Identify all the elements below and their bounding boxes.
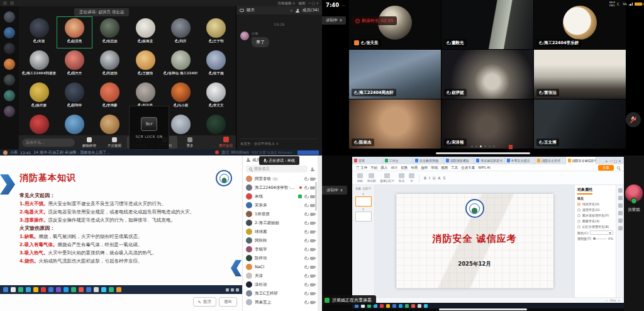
member-row[interactable]: 陈梓欣 [243,254,318,263]
fill-option[interactable]: 图案填充(A) [577,219,613,223]
member-row[interactable]: 海工C王梓轩 [243,289,318,298]
member-row[interactable]: 2-海工谢丽丽 [243,218,318,227]
alpha-slider[interactable] [593,239,606,239]
mini-avatar[interactable] [4,59,15,70]
member-row[interactable]: 天泽 [243,271,318,280]
camera-icon[interactable] [310,248,314,251]
tab-outline[interactable]: 大纲 [355,187,361,190]
color-dropdown[interactable] [590,230,613,235]
format-button[interactable]: I [429,176,430,180]
member-row[interactable]: 宋禾禾 [243,201,318,210]
camera-icon[interactable] [310,230,314,234]
camera-icon[interactable] [310,274,314,278]
taskbar-app-icon[interactable] [11,287,16,292]
mini-avatar[interactable] [4,106,15,117]
taskbar-app-icon[interactable] [399,304,402,308]
avatar[interactable] [625,184,643,202]
ribbon-menu-item[interactable]: WPS AI [478,166,490,170]
home-indicator[interactable] [439,308,527,310]
ribbon-menu-item[interactable]: 切换 [401,166,408,170]
participant-tile[interactable]: 郭明宇 [57,81,92,113]
format-button[interactable]: A [438,176,440,180]
toolbar-button[interactable]: 更多 [177,136,203,149]
member-row[interactable]: 阿茶拿铁(我) [243,174,318,183]
panel-icon[interactable] [618,218,623,223]
add-member-icon[interactable] [310,167,314,171]
ribbon-menu-item[interactable]: 会员专享 [461,166,475,170]
mic-icon[interactable] [304,203,308,208]
search-input[interactable]: 搜索成员 [246,166,308,172]
ribbon-menu-item[interactable]: 放映 [421,166,428,170]
ribbon-menu-item[interactable]: 视图 [441,166,448,170]
ribbon-tool-button[interactable]: 新建幻灯片 [380,173,395,183]
zoom-controls[interactable]: − 75% + [605,299,620,302]
wps-document-tab[interactable]: 安全教育周报 [413,157,444,164]
mini-avatar[interactable] [4,90,15,101]
taskbar-app-icon[interactable] [18,287,23,292]
video-tile[interactable]: 宋泽裕 [441,99,533,149]
taskbar-app-icon[interactable] [424,304,428,308]
mini-avatar[interactable] [4,27,15,38]
mini-avatar[interactable] [4,11,15,23]
taskbar-app-icon[interactable] [79,287,84,292]
participant-tile[interactable]: 刘乔 [163,16,198,48]
taskbar-app-icon[interactable] [380,304,384,308]
member-row[interactable]: 1班晨晨 [243,210,318,218]
taskbar-app-icon[interactable] [26,287,31,292]
slide-thumbnail[interactable] [355,212,372,222]
mic-icon[interactable] [304,291,308,296]
participant-tile[interactable]: 李文文 [199,81,234,113]
participant-tile[interactable]: 张神仙 海工22405 [163,48,198,81]
mic-icon[interactable] [304,239,308,243]
mic-icon[interactable] [304,274,308,278]
camera-icon[interactable] [310,283,314,286]
presentation-slide[interactable]: 消防安全 诚信应考 2025年12月 [396,194,553,288]
ribbon-menu-item[interactable]: 审阅 [431,166,438,170]
taskbar-app-icon[interactable] [86,287,91,292]
layout-switcher[interactable]: 宫格视图 ∨ [278,1,296,6]
camera-icon[interactable] [310,186,314,189]
file-menu[interactable]: 三 文件 [356,166,367,170]
taskbar-app-icon[interactable] [56,287,61,292]
video-tile[interactable]: 海工22404周杰轩 [349,50,441,99]
participant-tile[interactable]: 刘思怡 [92,48,128,81]
ribbon-menu-item[interactable]: 设计 [391,166,397,170]
panel-icon[interactable] [618,203,623,208]
format-button[interactable]: U [433,176,435,180]
tray-icon[interactable] [231,288,234,291]
wps-document-tab[interactable]: 消防演练通知 [444,157,475,164]
format-button[interactable]: B [424,176,426,180]
ribbon-tool-button[interactable]: 版式 [399,173,404,183]
taskbar-app-icon[interactable] [33,287,38,292]
camera-icon[interactable] [310,239,314,242]
fill-option[interactable]: 纯色填充(S) [577,202,613,206]
taskbar-app-icon[interactable] [418,304,421,308]
mic-icon[interactable] [304,256,308,261]
taskbar-app-icon[interactable] [405,304,409,308]
annotate-button[interactable]: ✎批注 [193,297,216,307]
mic-icon[interactable] [304,300,308,305]
camera-icon[interactable] [310,204,314,207]
meeting-info-icon[interactable] [10,1,14,5]
participant-tile[interactable]: 吴迪 [21,16,57,48]
participant-tile[interactable]: 赵洪亮 [57,16,92,48]
camera-icon[interactable] [310,292,314,295]
view-label[interactable]: 视图 [298,1,305,6]
taskbar-app-icon[interactable] [41,287,46,292]
mic-icon[interactable] [304,186,308,190]
mic-icon[interactable] [304,265,308,269]
mute-mic-button[interactable] [626,112,641,127]
close-icon[interactable]: × [290,8,293,13]
ribbon-tool-button[interactable]: 粘贴 [357,173,363,183]
member-row[interactable]: 海工22404张学智(主持人) [243,183,318,192]
taskbar-app-icon[interactable] [411,304,415,308]
video-tile[interactable]: 董毅光 [441,0,533,49]
tab-slides[interactable]: 幻灯片 [363,187,372,190]
member-row[interactable]: 米线 [243,192,318,201]
participant-tile[interactable]: 海工22404刘俊贤 [21,48,57,81]
video-tile[interactable]: 海工22404李乐妍 [534,0,626,49]
recording-pill[interactable]: 录制中 ∨ [322,16,346,25]
wps-document-tab[interactable]: 考试诚信承诺书 [474,157,505,164]
video-tile[interactable]: 赵伊妮 [441,50,533,99]
ribbon-menu-item[interactable]: 动画 [411,166,418,170]
